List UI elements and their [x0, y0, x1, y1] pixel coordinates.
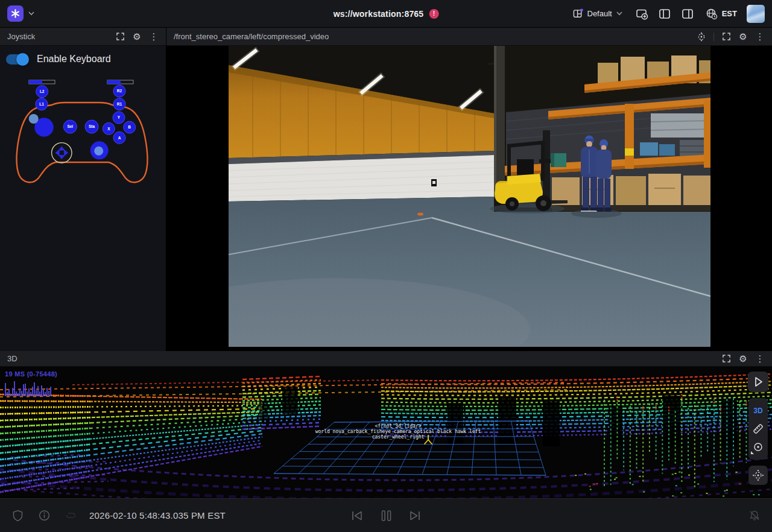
add-panel-icon [635, 7, 648, 21]
gamepad-visualization[interactable]: L2 L1 R2 R1 Y [5, 73, 159, 195]
app-menu-chevron-icon[interactable] [28, 11, 34, 16]
view-mode-toggle[interactable]: 3D [748, 402, 768, 420]
publish-pose-button[interactable] [748, 372, 768, 392]
gear-icon: ⚙ [739, 32, 747, 41]
camera-panel-header[interactable]: /front_stereo_camera/left/compressed_vid… [166, 28, 772, 46]
3d-menu-button[interactable]: ⋮ [753, 352, 767, 366]
3d-panel-header[interactable]: 3D ⚙ ⋮ [0, 351, 772, 367]
problems-badge[interactable]: ! [429, 9, 438, 19]
playback-bar: 2026-02-10 5:48:43.035 PM EST [0, 498, 772, 532]
camera-recenter-button[interactable] [694, 30, 709, 44]
controller-outline [17, 103, 148, 182]
timezone-selector[interactable]: EST [702, 5, 741, 22]
top-bar: ws://workstation:8765 ! Default [0, 0, 772, 28]
playback-timestamp[interactable]: 2026-02-10 5:48:43.035 PM EST [89, 510, 226, 521]
3d-settings-button[interactable]: ⚙ [736, 352, 750, 366]
3d-viewport[interactable]: 19 MS (0-75448) <front_3d_lidar> world n… [0, 367, 772, 498]
layout-selector[interactable]: Default [568, 5, 627, 22]
enable-keyboard-toggle[interactable] [6, 54, 28, 65]
axis-gizmo [422, 434, 434, 445]
add-panel-button[interactable] [633, 5, 650, 22]
3d-panel: 3D ⚙ ⋮ 19 MS (0-75448) <front_3d_lidar> … [0, 351, 772, 498]
globe-clock-icon [706, 8, 718, 20]
app-logo-button[interactable] [7, 5, 24, 22]
gamepad-button-l2[interactable]: L2 [36, 86, 48, 98]
camera-image-warehouse [229, 46, 710, 347]
user-avatar[interactable] [747, 5, 765, 23]
joystick-menu-button[interactable]: ⋮ [147, 30, 161, 44]
shield-icon [12, 510, 24, 522]
trigger-bars [29, 80, 133, 84]
joystick-panel: Joystick ⚙ ⋮ Enable Keyboard [0, 28, 166, 351]
gamepad-button-a[interactable]: A [113, 131, 125, 144]
tool-flyout-indicator [751, 451, 754, 454]
loop-playback-button[interactable] [63, 508, 78, 524]
camera-viewport[interactable] [166, 46, 772, 351]
joystick-fullscreen-button[interactable] [113, 30, 127, 44]
select-point-tool-button[interactable] [748, 438, 768, 456]
svg-text:R1: R1 [117, 102, 122, 106]
seek-start-button[interactable] [349, 508, 365, 524]
gamepad-button-x[interactable]: X [103, 122, 115, 135]
mute-notifications-button[interactable] [747, 508, 762, 524]
left-sidebar-toggle[interactable] [656, 5, 673, 22]
tf-frame-labels: <front_3d_lidar> world nova_carback_fish… [302, 423, 495, 440]
right-sidebar-toggle[interactable] [679, 5, 696, 22]
divider [713, 33, 714, 41]
perf-label: 19 MS (0-75448) [5, 370, 57, 378]
joystick-settings-button[interactable]: ⚙ [130, 30, 144, 44]
camera-settings-button[interactable]: ⚙ [736, 30, 750, 44]
layout-chevron-icon [616, 11, 622, 16]
gear-icon: ⚙ [133, 32, 141, 41]
right-sidebar-icon [681, 7, 694, 21]
skip-backward-icon [352, 510, 362, 522]
recenter-icon [697, 32, 706, 42]
repeat-icon [65, 510, 77, 521]
camera-fullscreen-button[interactable] [719, 30, 733, 44]
gamepad-button-y[interactable]: Y [113, 112, 125, 124]
gamepad-button-r2[interactable]: R2 [113, 85, 125, 97]
data-source-info-button[interactable] [36, 508, 52, 524]
pause-button[interactable] [378, 508, 394, 524]
left-stick[interactable] [29, 114, 54, 137]
data-source-problems-button[interactable] [10, 508, 25, 524]
timezone-label: EST [722, 9, 737, 18]
dpad[interactable] [52, 143, 72, 163]
gamepad-button-b[interactable]: B [124, 121, 136, 133]
gamepad-button-l1[interactable]: L1 [36, 98, 48, 110]
tf-label: world nova_carback_fisheye_camera_optica… [302, 429, 495, 434]
3d-fullscreen-button[interactable] [719, 352, 733, 366]
kebab-menu-icon: ⋮ [150, 32, 159, 41]
measure-tool-button[interactable] [748, 420, 768, 438]
svg-text:B: B [128, 125, 131, 129]
gear-icon: ⚙ [739, 354, 747, 363]
3d-panel-title: 3D [7, 354, 17, 363]
3d-mode-badge: 3D [753, 407, 762, 415]
bell-slash-icon [748, 510, 761, 522]
seek-end-button[interactable] [407, 508, 423, 524]
svg-text:Sel: Sel [67, 124, 73, 128]
gamepad-button-start[interactable]: Sta [85, 120, 98, 133]
layout-name: Default [587, 9, 612, 18]
joystick-panel-body: Enable Keyboard L2 [0, 46, 166, 351]
svg-text:L1: L1 [39, 102, 44, 106]
camera-topic-title: /front_stereo_camera/left/compressed_vid… [174, 32, 329, 41]
gamepad-button-select[interactable]: Sel [63, 120, 77, 133]
render-perf-overlay: 19 MS (0-75448) [5, 370, 57, 396]
svg-text:A: A [118, 136, 121, 140]
svg-text:L2: L2 [40, 89, 45, 93]
gamepad-button-r1[interactable]: R1 [113, 98, 125, 110]
svg-text:Y: Y [118, 115, 121, 119]
app-window: ws://workstation:8765 ! Default [0, 0, 772, 532]
camera-menu-button[interactable]: ⋮ [753, 30, 767, 44]
camera-controls-button[interactable] [748, 466, 768, 485]
cursor-arrow-icon [753, 376, 764, 387]
asterisk-logo-icon [10, 8, 21, 19]
ruler-icon [752, 423, 764, 435]
enable-keyboard-label: Enable Keyboard [37, 54, 111, 65]
joystick-panel-header[interactable]: Joystick ⚙ ⋮ [0, 28, 166, 46]
perf-histogram [5, 379, 55, 396]
camera-panel: /front_stereo_camera/left/compressed_vid… [166, 28, 772, 351]
kebab-menu-icon: ⋮ [756, 354, 765, 363]
right-stick[interactable] [90, 141, 109, 159]
